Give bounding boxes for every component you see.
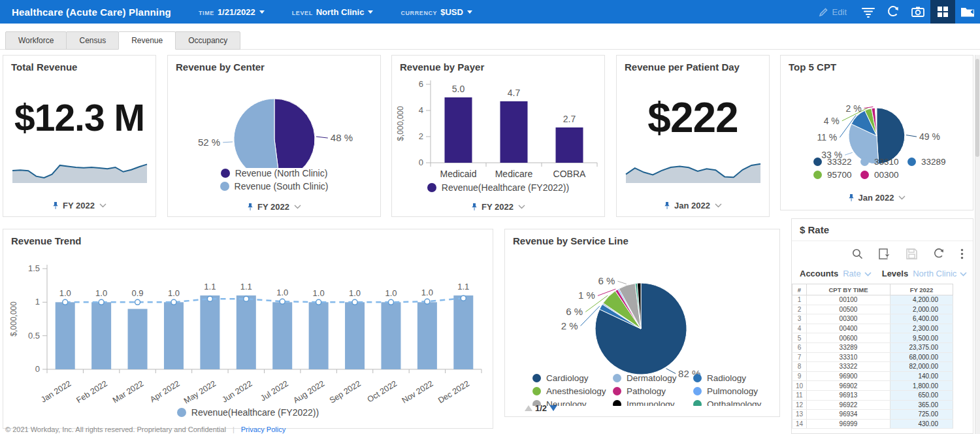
legend-dot xyxy=(613,387,621,395)
legend-label: Revenue (South Clinic) xyxy=(235,181,329,192)
period-label: Jan 2022 xyxy=(858,193,894,203)
svg-text:0: 0 xyxy=(35,364,40,374)
editable-value-cell[interactable]: 68,000.00 xyxy=(890,352,953,362)
legend-label: 33310 xyxy=(874,157,899,167)
legend-item[interactable]: Immunology xyxy=(613,399,693,406)
legend-dot xyxy=(532,374,541,382)
refresh-icon[interactable] xyxy=(933,248,945,259)
accounts-value[interactable]: Rate xyxy=(843,269,860,278)
legend-item[interactable]: Dermatology xyxy=(613,373,693,383)
editable-value-cell[interactable]: 9,500.00 xyxy=(890,333,953,343)
legend-item[interactable]: Revenue (North Clinic) xyxy=(221,168,328,178)
legend-item[interactable]: Revenue(Healthcare (FY2022)) xyxy=(427,182,569,193)
row-number-cell: 4 xyxy=(792,324,807,333)
time-selector[interactable]: TIME 1/21/2022 xyxy=(199,7,265,17)
editable-value-cell[interactable]: 4,200.00 xyxy=(890,295,953,305)
legend-dot xyxy=(220,182,229,191)
page-down-icon[interactable] xyxy=(549,405,557,411)
chart-legend: Revenue (North Clinic)Revenue (South Cli… xyxy=(168,168,380,194)
pin-icon xyxy=(848,193,855,202)
chevron-down-icon xyxy=(898,195,906,200)
period-selector[interactable]: FY 2022 xyxy=(168,202,380,212)
copyright-text: © 2021 Workday, Inc. All rights reserved… xyxy=(5,426,226,433)
legend-dot xyxy=(427,183,436,192)
legend-item[interactable]: 33310 xyxy=(860,157,907,167)
pie-chart[interactable]: 82 %2 %6 %1 %6 % xyxy=(505,248,779,385)
legend-item[interactable]: 33289 xyxy=(907,157,955,167)
period-selector[interactable]: FY 2022 xyxy=(392,202,604,212)
legend-item[interactable]: 00300 xyxy=(860,170,907,180)
editable-value-cell[interactable]: 23,375.00 xyxy=(890,342,953,352)
legend-label: 00300 xyxy=(874,170,899,180)
levels-value[interactable]: North Clinic xyxy=(913,269,956,278)
column-header[interactable]: FY 2022 xyxy=(890,284,953,295)
editable-value-cell[interactable]: 430.00 xyxy=(890,419,953,429)
tab-workforce[interactable]: Workforce xyxy=(5,31,67,50)
editable-value-cell[interactable]: 6,400.00 xyxy=(890,314,953,324)
snapshot-button[interactable] xyxy=(906,0,930,24)
bar-line-chart[interactable]: 00.511.5$,000,0001.0Jan 20221.0Feb 20220… xyxy=(5,245,493,409)
editable-value-cell[interactable]: 2,000.00 xyxy=(890,305,953,314)
chevron-down-icon xyxy=(715,203,722,208)
sparkline-chart[interactable] xyxy=(11,154,148,186)
page-up-icon[interactable] xyxy=(525,405,532,411)
time-label: TIME xyxy=(199,10,214,16)
tab-occupancy[interactable]: Occupancy xyxy=(175,31,240,50)
svg-text:4 %: 4 % xyxy=(824,116,840,126)
legend-item[interactable]: Revenue(Healthcare (FY2022)) xyxy=(177,407,319,418)
tab-revenue[interactable]: Revenue xyxy=(118,31,176,50)
period-selector[interactable]: Jan 2022 xyxy=(617,201,769,210)
svg-text:4: 4 xyxy=(419,105,423,115)
level-selector[interactable]: LEVEL North Clinic xyxy=(292,7,374,17)
legend-item[interactable]: 95700 xyxy=(813,170,860,180)
level-value: North Clinic xyxy=(316,7,365,17)
search-icon[interactable] xyxy=(852,248,863,259)
dashboard-grid-button[interactable] xyxy=(930,0,955,24)
editable-value-cell[interactable]: 2,300.00 xyxy=(890,324,953,333)
pie-chart[interactable]: 49 %33 %11 %4 %2 % xyxy=(781,73,973,171)
legend-item[interactable]: Radiology xyxy=(693,373,774,383)
kebab-menu-icon[interactable] xyxy=(960,248,964,259)
row-number-cell: 8 xyxy=(792,362,807,372)
kpi-value: $12.3 M xyxy=(3,96,155,139)
privacy-policy-link[interactable]: Privacy Policy xyxy=(241,426,286,433)
column-header[interactable]: # xyxy=(792,284,807,295)
svg-text:1.0: 1.0 xyxy=(421,288,433,297)
svg-text:1.0: 1.0 xyxy=(313,288,325,298)
currency-selector[interactable]: CURRENCY $USD xyxy=(400,7,472,17)
chevron-down-icon xyxy=(518,205,525,209)
period-selector[interactable]: FY 2022 xyxy=(3,201,155,210)
svg-text:1.0: 1.0 xyxy=(276,288,288,297)
legend-dot xyxy=(693,400,702,406)
period-selector[interactable]: Jan 2022 xyxy=(781,193,973,203)
legend-item[interactable]: Cardiology xyxy=(532,373,613,383)
tab-census[interactable]: Census xyxy=(66,31,119,50)
save-icon[interactable] xyxy=(906,248,917,259)
cpt-code-cell: 00600 xyxy=(807,333,890,343)
column-header[interactable]: CPT BY TIME xyxy=(807,284,890,295)
legend-item[interactable]: Pulmonology xyxy=(693,386,774,396)
svg-text:2: 2 xyxy=(419,131,423,141)
legend-item[interactable]: Anesthesiology xyxy=(532,386,613,396)
legend-item[interactable]: Pathology xyxy=(613,386,693,396)
editable-value-cell[interactable]: 82,000.00 xyxy=(890,362,953,372)
vertical-scrollbar[interactable] xyxy=(975,55,980,434)
reports-folder-button[interactable] xyxy=(955,0,980,24)
pie-chart[interactable]: 48 %52 % xyxy=(168,75,380,171)
editable-value-cell[interactable]: 140.00 xyxy=(890,371,953,381)
bar-chart[interactable]: 0246$,000,0005.0Medicaid4.7Medicare2.7CO… xyxy=(393,71,605,186)
scrollbar-thumb[interactable] xyxy=(975,59,979,157)
svg-text:49 %: 49 % xyxy=(919,131,940,142)
refresh-button[interactable] xyxy=(881,0,906,24)
legend-item[interactable]: Revenue (South Clinic) xyxy=(220,181,329,192)
filter-button[interactable] xyxy=(856,0,881,24)
legend-item[interactable]: 33322 xyxy=(813,157,860,167)
editable-value-cell[interactable]: 365.00 xyxy=(890,400,953,410)
sheet-filter-icon[interactable] xyxy=(879,248,890,259)
edit-button[interactable]: Edit xyxy=(819,7,847,17)
editable-value-cell[interactable]: 1,800.00 xyxy=(890,381,953,391)
legend-item[interactable]: Opthalmology xyxy=(693,399,774,406)
editable-value-cell[interactable]: 725.00 xyxy=(890,410,953,420)
editable-value-cell[interactable]: 650.00 xyxy=(890,390,953,400)
sparkline-chart[interactable] xyxy=(625,154,762,186)
